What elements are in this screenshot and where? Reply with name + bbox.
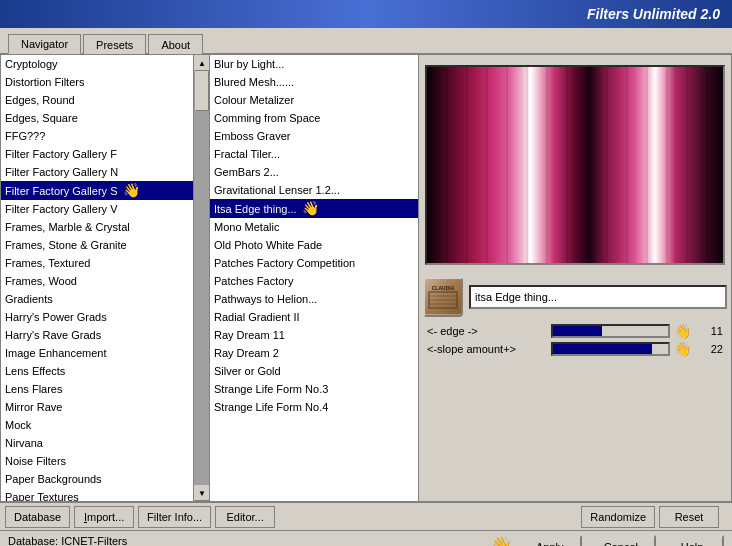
middle-list[interactable]: Blur by Light...Blured Mesh......Colour …: [210, 55, 418, 501]
middle-list-item[interactable]: Patches Factory: [210, 272, 418, 290]
middle-list-item[interactable]: Strange Life Form No.3: [210, 380, 418, 398]
slider-row-2: <-slope amount+> 👋 22: [427, 341, 723, 357]
title-bar: Filters Unlimited 2.0: [0, 0, 732, 28]
toolbar-right: Randomize Reset: [580, 506, 720, 528]
slider-row-1: <- edge -> 👋 11: [427, 323, 723, 339]
toolbar-left: Database Import... Filter Info... Editor…: [4, 506, 580, 528]
left-list-item[interactable]: Mirror Rave: [1, 398, 193, 416]
slider-1-fill: [553, 326, 602, 336]
status-bar: Database: ICNET-Filters Filters: 2100 👋 …: [0, 530, 732, 546]
middle-list-item[interactable]: Fractal Tiler...: [210, 145, 418, 163]
left-list-item[interactable]: Filter Factory Gallery F: [1, 145, 193, 163]
left-panel: CryptologyDistortion FiltersEdges, Round…: [1, 55, 210, 501]
middle-list-item[interactable]: Ray Dream 11: [210, 326, 418, 344]
left-list-item[interactable]: Frames, Marble & Crystal: [1, 218, 193, 236]
left-list-item[interactable]: Distortion Filters: [1, 73, 193, 91]
app-title: Filters Unlimited 2.0: [587, 6, 720, 22]
filter-info-button[interactable]: Filter Info...: [138, 506, 211, 528]
reset-button[interactable]: Reset: [659, 506, 719, 528]
left-list-item[interactable]: Frames, Stone & Granite: [1, 236, 193, 254]
tab-navigator[interactable]: Navigator: [8, 34, 81, 54]
middle-list-item[interactable]: Blured Mesh......: [210, 73, 418, 91]
left-list-item[interactable]: Filter Factory Gallery N: [1, 163, 193, 181]
left-list-item[interactable]: Lens Effects: [1, 362, 193, 380]
svg-rect-0: [427, 67, 723, 263]
middle-list-item[interactable]: Silver or Gold: [210, 362, 418, 380]
left-list-item[interactable]: Harry's Power Grads: [1, 308, 193, 326]
left-list-item[interactable]: Paper Textures: [1, 488, 193, 501]
middle-list-item[interactable]: Emboss Graver: [210, 127, 418, 145]
middle-list-item[interactable]: Comming from Space: [210, 109, 418, 127]
middle-list-item[interactable]: Old Photo White Fade: [210, 236, 418, 254]
filter-icon-label: CLAUDIA: [425, 278, 461, 316]
middle-list-item[interactable]: Blur by Light...: [210, 55, 418, 73]
left-list-item[interactable]: Paper Backgrounds: [1, 470, 193, 488]
scroll-track[interactable]: [194, 71, 209, 485]
database-info: Database: ICNET-Filters: [8, 535, 486, 547]
svg-text:CLAUDIA: CLAUDIA: [432, 285, 455, 291]
left-list-item[interactable]: FFG???: [1, 127, 193, 145]
scroll-down-btn[interactable]: ▼: [194, 485, 209, 501]
left-list-item[interactable]: Mock: [1, 416, 193, 434]
left-list-item[interactable]: Nirvana: [1, 434, 193, 452]
preview-wrapper: [419, 55, 731, 273]
middle-list-item[interactable]: Ray Dream 2: [210, 344, 418, 362]
selected-arrow-icon: 👋: [299, 200, 320, 216]
left-list-item[interactable]: Filter Factory Gallery S 👋: [1, 181, 193, 200]
middle-list-item[interactable]: Colour Metalizer: [210, 91, 418, 109]
apply-button[interactable]: Apply: [518, 535, 582, 547]
middle-list-item[interactable]: Itsa Edge thing... 👋: [210, 199, 418, 218]
scroll-thumb[interactable]: [195, 71, 209, 111]
main-content: CryptologyDistortion FiltersEdges, Round…: [0, 54, 732, 502]
left-list-item[interactable]: Cryptology: [1, 55, 193, 73]
slider-1-arrow: 👋: [674, 323, 691, 339]
slider-2-label: <-slope amount+>: [427, 343, 547, 355]
tabs-bar: Navigator Presets About: [0, 28, 732, 54]
left-scrollbar[interactable]: ▲ ▼: [193, 55, 209, 501]
middle-list-item[interactable]: Radial Gradient II: [210, 308, 418, 326]
middle-list-wrapper: Blur by Light...Blured Mesh......Colour …: [210, 55, 418, 501]
middle-list-item[interactable]: GemBars 2...: [210, 163, 418, 181]
left-list-item[interactable]: Filter Factory Gallery V: [1, 200, 193, 218]
middle-list-item[interactable]: Gravitational Lenser 1.2...: [210, 181, 418, 199]
left-list-item[interactable]: Frames, Textured: [1, 254, 193, 272]
left-list-item[interactable]: Noise Filters: [1, 452, 193, 470]
left-list-item[interactable]: Image Enhancement: [1, 344, 193, 362]
cancel-button[interactable]: Cancel: [586, 535, 656, 547]
database-button[interactable]: Database: [5, 506, 70, 528]
bottom-toolbar: Database Import... Filter Info... Editor…: [0, 502, 732, 530]
tab-about[interactable]: About: [148, 34, 203, 54]
left-list-item[interactable]: Gradients: [1, 290, 193, 308]
slider-2-track[interactable]: [551, 342, 670, 356]
left-list-item[interactable]: Harry's Rave Grads: [1, 326, 193, 344]
preview-svg: [427, 67, 723, 263]
slider-2-arrow: 👋: [674, 341, 691, 357]
left-list-item[interactable]: Frames, Wood: [1, 272, 193, 290]
slider-1-label: <- edge ->: [427, 325, 547, 337]
filter-icon: CLAUDIA: [423, 277, 463, 317]
left-list-item[interactable]: Edges, Round: [1, 91, 193, 109]
randomize-button[interactable]: Randomize: [581, 506, 655, 528]
left-list-wrapper: CryptologyDistortion FiltersEdges, Round…: [1, 55, 209, 501]
filter-name-bar: CLAUDIA itsa Edge thing...: [419, 273, 731, 321]
status-info: Database: ICNET-Filters Filters: 2100: [8, 535, 486, 547]
preview-area: [425, 65, 725, 265]
left-list[interactable]: CryptologyDistortion FiltersEdges, Round…: [1, 55, 193, 501]
status-buttons: 👋 Apply Cancel Help: [490, 535, 724, 547]
middle-list-item[interactable]: Patches Factory Competition: [210, 254, 418, 272]
left-list-item[interactable]: Lens Flares: [1, 380, 193, 398]
apply-arrow-icon: 👋: [490, 535, 512, 547]
left-list-item[interactable]: Edges, Square: [1, 109, 193, 127]
middle-list-item[interactable]: Mono Metalic: [210, 218, 418, 236]
editor-button[interactable]: Editor...: [215, 506, 275, 528]
tab-presets[interactable]: Presets: [83, 34, 146, 54]
import-button[interactable]: Import...: [74, 506, 134, 528]
slider-1-track[interactable]: [551, 324, 670, 338]
middle-list-item[interactable]: Strange Life Form No.4: [210, 398, 418, 416]
scroll-up-btn[interactable]: ▲: [194, 55, 209, 71]
right-panel: CLAUDIA itsa Edge thing... <- edge ->: [419, 55, 731, 501]
middle-list-item[interactable]: Pathways to Helion...: [210, 290, 418, 308]
help-button[interactable]: Help: [660, 535, 724, 547]
right-panel-inner: CLAUDIA itsa Edge thing... <- edge ->: [419, 55, 731, 501]
sliders-area: <- edge -> 👋 11 <-slope amount+> 👋 22: [419, 321, 731, 359]
